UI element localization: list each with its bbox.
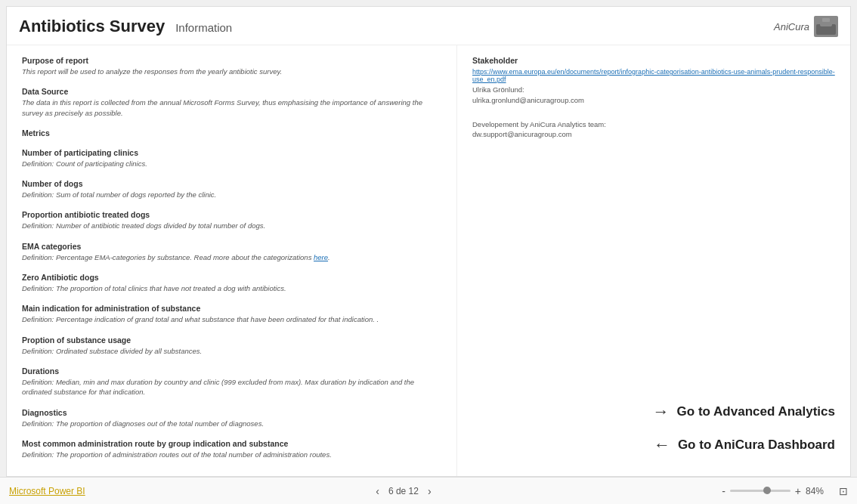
diagnostics-body: Definition: The proportion of diagnoses … [22,419,441,428]
dev-section: Developement by AniCura Analytics team: … [472,120,835,138]
most-common-body: Definition: The proportion of administra… [22,450,441,459]
num-clinics-section: Number of participating clinics Definiti… [22,148,441,169]
datasource-title: Data Source [22,87,441,96]
report-title: Antibiotics Survey [19,17,165,36]
report-header: Antibiotics Survey Information AniCura [7,7,850,45]
navigation-buttons: → Go to Advanced Analytics ← Go to AniCu… [472,399,835,465]
proportion-substance-section: Proption of substance usage Definition: … [22,335,441,356]
stakeholder-title: Stakeholder [472,56,835,65]
svg-rect-2 [822,18,830,22]
logo-text: AniCura [774,21,809,32]
zoom-area: - + 84% ⊡ [722,485,848,497]
right-column: Stakeholder https://www.ema.europa.eu/en… [457,45,850,476]
purpose-body: This report will be used to analyze the … [22,66,441,76]
num-clinics-title: Number of participating clinics [22,148,441,157]
advanced-analytics-label: Go to Advanced Analytics [677,404,835,419]
main-indication-body: Definition: Percentage indication of gra… [22,314,441,324]
zero-antibiotic-section: Zero Antibiotic dogs Definition: The pro… [22,273,441,293]
stakeholder-email: ulrika.gronlund@anicuragroup.com [472,96,835,104]
diagnostics-section: Diagnostics Definition: The proportion o… [22,408,441,428]
datasource-section: Data Source The data in this report is c… [22,87,441,118]
proportion-substance-body: Definition: Ordinated substace divided b… [22,346,441,356]
durations-section: Durations Definition: Median, min and ma… [22,366,441,397]
bottom-bar: Microsoft Power BI ‹ 6 de 12 › - + 84% ⊡ [0,477,857,504]
proportion-antibiotic-section: Proportion antibiotic treated dogs Defin… [22,210,441,230]
most-common-title: Most common administration route by grou… [22,439,441,448]
pagination-area: ‹ 6 de 12 › [373,484,434,499]
datasource-body: The data in this report is collected fro… [22,97,441,118]
ema-title: EMA categories [22,242,441,251]
num-dogs-title: Number of dogs [22,179,441,188]
stakeholder-name: Ulrika Grönlund: [472,85,835,94]
ema-section: EMA categories Definition: Percentage EM… [22,242,441,262]
zoom-thumb [763,487,771,494]
metrics-title: Metrics [22,128,441,138]
zero-antibiotic-body: Definition: The proportion of total clin… [22,283,441,293]
proportion-antibiotic-title: Proportion antibiotic treated dogs [22,210,441,219]
prev-page-button[interactable]: ‹ [373,484,382,499]
purpose-section: Purpose of report This report will be us… [22,56,441,76]
proportion-substance-title: Proption of substance usage [22,335,441,345]
most-common-section: Most common administration route by grou… [22,439,441,459]
anicura-dashboard-button[interactable]: ← Go to AniCura Dashboard [654,432,835,458]
num-dogs-section: Number of dogs Definition: Sum of total … [22,179,441,199]
zoom-level: 84% [806,486,830,496]
main-indication-title: Main indication for administration of su… [22,304,441,313]
num-clinics-body: Definition: Count of participating clini… [22,159,441,169]
metrics-section: Metrics [22,128,441,138]
num-dogs-body: Definition: Sum of total number of dogs … [22,190,441,199]
fit-page-icon[interactable]: ⊡ [839,485,848,497]
zoom-minus-button[interactable]: - [722,485,726,497]
durations-title: Durations [22,366,441,376]
diagnostics-title: Diagnostics [22,408,441,417]
logo-area: AniCura [774,16,838,37]
zoom-slider[interactable] [730,490,790,492]
ema-body: Definition: Percentage EMA-categories by… [22,252,441,262]
powerbi-link[interactable]: Microsoft Power BI [9,486,85,496]
logo-icon [814,16,838,37]
zoom-plus-button[interactable]: + [795,485,801,497]
report-subtitle: Information [175,21,232,34]
purpose-title: Purpose of report [22,56,441,65]
left-arrow-icon: ← [654,435,670,455]
dev-title: Developement by AniCura Analytics team: [472,120,835,128]
ema-here-link[interactable]: here [314,253,328,261]
page-separator: de [396,486,409,496]
main-indication-section: Main indication for administration of su… [22,304,441,324]
stakeholder-link[interactable]: https://www.ema.europa.eu/en/documents/r… [472,68,835,83]
left-column: Purpose of report This report will be us… [7,45,457,476]
zero-antibiotic-title: Zero Antibiotic dogs [22,273,441,282]
stakeholder-section: Stakeholder https://www.ema.europa.eu/en… [472,56,835,107]
proportion-antibiotic-body: Definition: Number of antibiotic treated… [22,221,441,230]
report-body: Purpose of report This report will be us… [7,45,850,476]
page-info: 6 de 12 [388,486,419,496]
right-arrow-icon: → [653,402,670,422]
page-current: 6 [388,486,394,496]
dev-email: dw.support@anicuragroup.com [472,130,835,138]
page-total: 12 [409,486,419,496]
report-title-area: Antibiotics Survey Information [19,17,232,36]
advanced-analytics-button[interactable]: → Go to Advanced Analytics [653,399,835,425]
next-page-button[interactable]: › [425,484,435,499]
durations-body: Definition: Median, min and max duration… [22,377,441,397]
anicura-dashboard-label: Go to AniCura Dashboard [678,438,835,453]
